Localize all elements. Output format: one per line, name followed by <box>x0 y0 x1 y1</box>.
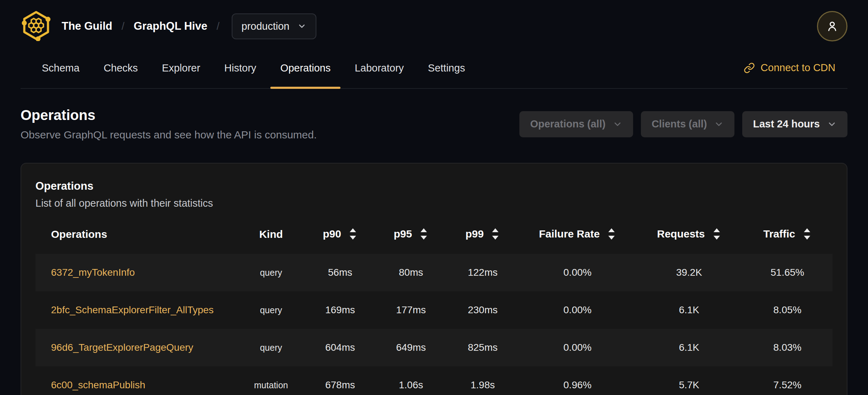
operation-link[interactable]: 6c00_schemaPublish <box>51 379 145 390</box>
cell-failure_rate: 0.00% <box>519 254 636 291</box>
tab-operations[interactable]: Operations <box>268 47 343 88</box>
column-header-p90: p90 <box>305 215 376 254</box>
operation-link[interactable]: 6372_myTokenInfo <box>51 267 135 278</box>
main-content: Operations Observe GraphQL requests and … <box>0 89 868 395</box>
column-label-p95: p95 <box>394 228 412 240</box>
breadcrumb-org[interactable]: The Guild <box>62 20 112 33</box>
page-subtitle: Observe GraphQL requests and see how the… <box>21 129 317 141</box>
cell-traffic: 8.05% <box>742 291 833 329</box>
table-header-row: OperationsKindp90p95p99Failure RateReque… <box>35 215 833 254</box>
sort-asc-icon <box>714 228 720 232</box>
operations-card: Operations List of all operations with t… <box>21 163 847 395</box>
cell-p95: 80ms <box>376 254 446 291</box>
chevron-down-icon <box>714 119 724 129</box>
connect-cdn-label: Connect to CDN <box>761 62 835 74</box>
user-avatar[interactable] <box>817 11 847 41</box>
operations-table: OperationsKindp90p95p99Failure RateReque… <box>35 215 833 395</box>
cell-traffic: 51.65% <box>742 254 833 291</box>
app-header: The Guild / GraphQL Hive / production Sc… <box>0 0 868 89</box>
cell-p90: 678ms <box>305 366 376 395</box>
page-title-block: Operations Observe GraphQL requests and … <box>21 107 317 141</box>
cell-value-kind: mutation <box>254 380 288 390</box>
column-header-name: Operations <box>35 215 237 254</box>
cell-kind: mutation <box>237 366 305 395</box>
cell-name: 2bfc_SchemaExplorerFilter_AllTypes <box>35 291 237 329</box>
sort-button-traffic[interactable] <box>802 227 812 241</box>
clients-filter-button[interactable]: Clients (all) <box>641 111 734 137</box>
cell-value-p90: 56ms <box>328 267 352 278</box>
cell-value-traffic: 8.03% <box>773 342 801 353</box>
cell-value-p99: 825ms <box>468 342 497 353</box>
sort-button-p95[interactable] <box>419 227 428 241</box>
cell-value-traffic: 7.52% <box>773 379 801 390</box>
cell-value-p90: 678ms <box>325 379 355 390</box>
cell-value-kind: query <box>260 305 282 315</box>
tab-settings[interactable]: Settings <box>416 47 477 88</box>
chevron-down-icon <box>613 119 622 129</box>
cell-p99: 230ms <box>446 291 519 329</box>
cell-value-p90: 604ms <box>325 342 355 353</box>
cell-value-p95: 649ms <box>396 342 426 353</box>
cell-value-kind: query <box>260 268 282 277</box>
tab-checks[interactable]: Checks <box>91 47 150 88</box>
column-header-requests: Requests <box>636 215 742 254</box>
tab-history[interactable]: History <box>212 47 268 88</box>
cell-value-traffic: 51.65% <box>771 267 804 278</box>
cell-value-p90: 169ms <box>325 304 355 315</box>
operations-filter-button[interactable]: Operations (all) <box>519 111 633 137</box>
cell-value-failure_rate: 0.00% <box>563 304 591 315</box>
cell-value-p95: 177ms <box>396 304 426 315</box>
cell-kind: query <box>237 254 305 291</box>
period-filter-button[interactable]: Last 24 hours <box>742 111 847 137</box>
column-label-p99: p99 <box>466 228 484 240</box>
cell-failure_rate: 0.00% <box>519 329 636 366</box>
column-label-name: Operations <box>51 228 107 240</box>
sort-button-requests[interactable] <box>712 227 721 241</box>
cell-name: 6372_myTokenInfo <box>35 254 237 291</box>
sort-button-p99[interactable] <box>491 227 500 241</box>
user-icon <box>825 19 839 33</box>
operation-link[interactable]: 96d6_TargetExplorerPageQuery <box>51 342 193 353</box>
cell-p95: 177ms <box>376 291 446 329</box>
operation-link[interactable]: 2bfc_SchemaExplorerFilter_AllTypes <box>51 304 214 315</box>
cell-p99: 122ms <box>446 254 519 291</box>
target-selector[interactable]: production <box>232 13 316 39</box>
breadcrumb: The Guild / GraphQL Hive / production <box>62 13 316 39</box>
cell-value-p95: 1.06s <box>399 379 423 390</box>
cell-failure_rate: 0.96% <box>519 366 636 395</box>
card-subtitle: List of all operations with their statis… <box>35 198 833 209</box>
cell-p99: 1.98s <box>446 366 519 395</box>
period-filter-label: Last 24 hours <box>753 118 820 130</box>
card-title: Operations <box>35 180 833 193</box>
breadcrumb-project[interactable]: GraphQL Hive <box>134 20 207 33</box>
tab-laboratory[interactable]: Laboratory <box>343 47 416 88</box>
cell-name: 6c00_schemaPublish <box>35 366 237 395</box>
page-head: Operations Observe GraphQL requests and … <box>21 107 847 141</box>
sort-asc-icon <box>608 228 615 232</box>
tab-schema[interactable]: Schema <box>30 47 91 88</box>
sort-asc-icon <box>350 228 356 232</box>
cell-failure_rate: 0.00% <box>519 291 636 329</box>
column-header-kind: Kind <box>237 215 305 254</box>
cell-value-p99: 1.98s <box>470 379 495 390</box>
chevron-down-icon <box>827 119 837 129</box>
main-nav: SchemaChecksExplorerHistoryOperationsLab… <box>21 47 847 89</box>
sort-button-p90[interactable] <box>348 227 357 241</box>
hive-logo-icon[interactable] <box>21 10 52 42</box>
cell-value-p95: 80ms <box>399 267 423 278</box>
brand-row: The Guild / GraphQL Hive / production <box>21 9 847 43</box>
cell-requests: 6.1K <box>636 291 742 329</box>
cell-traffic: 7.52% <box>742 366 833 395</box>
sort-button-failure_rate[interactable] <box>607 227 616 241</box>
column-header-p95: p95 <box>376 215 446 254</box>
cell-p90: 169ms <box>305 291 376 329</box>
tab-explorer[interactable]: Explorer <box>150 47 212 88</box>
breadcrumb-separator: / <box>216 20 219 32</box>
connect-cdn-link[interactable]: Connect to CDN <box>744 62 835 74</box>
clients-filter-label: Clients (all) <box>652 118 707 130</box>
column-label-requests: Requests <box>657 228 705 240</box>
chevron-down-icon <box>297 22 306 31</box>
column-header-p99: p99 <box>446 215 519 254</box>
cell-value-requests: 39.2K <box>676 267 702 278</box>
main-nav-tabs: SchemaChecksExplorerHistoryOperationsLab… <box>30 47 477 88</box>
